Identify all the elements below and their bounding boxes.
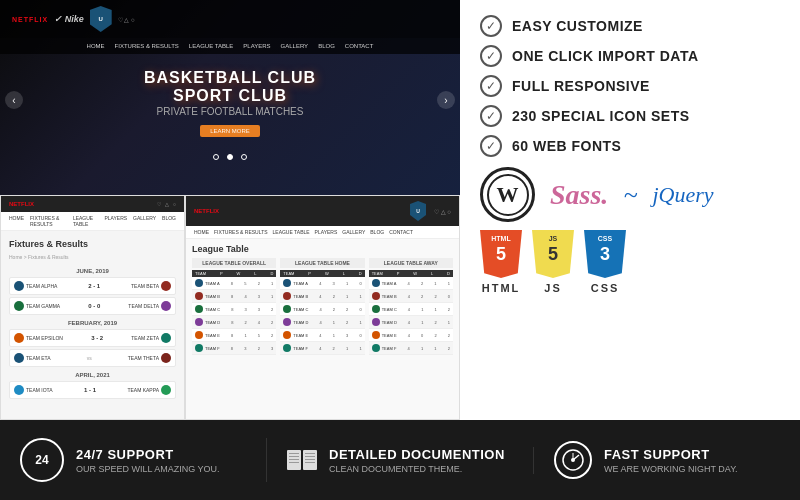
match-score-3: 3 - 2 — [91, 335, 103, 341]
league-header: NETFLIX U ♡ △ ○ — [186, 196, 459, 226]
league-content: League Table LEAGUE TABLE OVERALL TEAM P… — [186, 239, 459, 360]
hero-subtitle: PRIVATE FOOTBALL MATCHES — [10, 106, 450, 117]
css3-version: 3 — [584, 244, 626, 265]
team-home-3: TEAM EPSILON — [14, 333, 63, 343]
feature-web-fonts: ✓ 60 WEB FONTS — [480, 135, 780, 157]
fixtures-header: NETFLIX ♡△○ — [1, 196, 184, 212]
fixtures-nav-gallery: GALLERY — [133, 215, 156, 227]
right-panel: ✓ EASY CUSTOMIZE ✓ ONE CLICK IMPORT DATA… — [460, 0, 800, 420]
menu-league: LEAGUE TABLE — [189, 43, 233, 49]
check-icon-1: ✓ — [480, 15, 502, 37]
menu-gallery: GALLERY — [281, 43, 309, 49]
feature-text-3: FULL RESPONSIVE — [512, 78, 650, 94]
fixtures-title: Fixtures & Results — [9, 239, 176, 249]
dot-2 — [227, 154, 233, 160]
menu-players: PLAYERS — [243, 43, 270, 49]
team-away-1: TEAM BETA — [131, 281, 171, 291]
team-away-2: TEAM DELTA — [128, 301, 171, 311]
badge-row: HTML 5 HTML JS 5 JS CSS 3 CSS — [480, 230, 780, 294]
date-feb: FEBRUARY, 2019 — [9, 320, 176, 326]
bottom-bar: 24 24/7 SUPPORT OUR SPEED WILL AMAZING Y… — [0, 420, 800, 500]
js-label: JS — [532, 235, 574, 242]
check-icon-4: ✓ — [480, 105, 502, 127]
match-vs: vs — [87, 355, 92, 361]
league-table-overall: LEAGUE TABLE OVERALL TEAM P W L D TEAM A… — [192, 258, 276, 355]
dot-3 — [241, 154, 247, 160]
th-w: W — [237, 271, 241, 276]
table-row-4: TEAM D 8242 — [192, 316, 276, 329]
prev-arrow[interactable]: ‹ — [5, 91, 23, 109]
hero-content: BASKETBALL CLUB SPORT CLUB PRIVATE FOOTB… — [0, 54, 460, 142]
league-table-home: LEAGUE TABLE HOME TEAM PWLD TEAM A 4310 … — [280, 258, 364, 355]
table-row-6: TEAM F 8323 — [192, 342, 276, 355]
league-table-away: LEAGUE TABLE AWAY TEAM PWLD TEAM A 4211 … — [369, 258, 453, 355]
home-row-3: TEAM C 4220 — [280, 303, 364, 316]
hero-dots — [0, 146, 460, 164]
check-icon-2: ✓ — [480, 45, 502, 67]
away-row-1: TEAM A 4211 — [369, 277, 453, 290]
js-badge: JS 5 — [532, 230, 574, 278]
team-away-3: TEAM ZETA — [131, 333, 171, 343]
html-text-label: HTML — [482, 282, 521, 294]
hero-screenshot: NETFLIX ✓ Nike U ♡ △ ○ HOME FIXTURES & R… — [0, 0, 460, 200]
css3-label: CSS — [584, 235, 626, 242]
away-row-3: TEAM C 4112 — [369, 303, 453, 316]
feature-text-2: ONE CLICK IMPORT DATA — [512, 48, 699, 64]
support-24-icon: 24 — [20, 438, 64, 482]
date-june: JUNE, 2019 — [9, 268, 176, 274]
next-arrow[interactable]: › — [437, 91, 455, 109]
js-text-label: JS — [544, 282, 561, 294]
feature-icon-sets: ✓ 230 SPECIAL ICON SETS — [480, 105, 780, 127]
doc-page-1 — [287, 450, 301, 470]
th-team: TEAM — [195, 271, 206, 276]
home-row-4: TEAM D 4121 — [280, 316, 364, 329]
wordpress-w: W — [487, 174, 529, 216]
hero-title-line1: BASKETBALL CLUB — [10, 69, 450, 87]
support-item: 24 24/7 SUPPORT OUR SPEED WILL AMAZING Y… — [0, 438, 267, 482]
sass-logo: Sass. — [550, 179, 608, 211]
league-menu-contact: CONTACT — [389, 229, 413, 235]
away-row-6: TEAM F 4112 — [369, 342, 453, 355]
league-screenshot: NETFLIX U ♡ △ ○ HOME FIXTURES & RESULTS … — [185, 195, 460, 420]
menu-home: HOME — [87, 43, 105, 49]
fixtures-header-links: ♡△○ — [157, 201, 176, 207]
features-list: ✓ EASY CUSTOMIZE ✓ ONE CLICK IMPORT DATA… — [480, 15, 780, 157]
team-home-4: TEAM ETA — [14, 353, 51, 363]
doc-content: DETAILED DOCUMENTION CLEAN DOCUMENTED TH… — [329, 447, 505, 474]
feature-one-click-import: ✓ ONE CLICK IMPORT DATA — [480, 45, 780, 67]
html5-version: 5 — [480, 244, 522, 265]
league-social: ♡ △ ○ — [434, 208, 451, 215]
feature-easy-customize: ✓ EASY CUSTOMIZE — [480, 15, 780, 37]
support-content: 24/7 SUPPORT OUR SPEED WILL AMAZING YOU. — [76, 447, 220, 474]
away-row-5: TEAM E 4022 — [369, 329, 453, 342]
league-netflix-logo: NETFLIX — [194, 208, 219, 214]
html5-label: HTML — [480, 235, 522, 242]
hero-cta-button[interactable]: LEARN MORE — [200, 125, 260, 137]
fixtures-nav-fixtures: FIXTURES & RESULTS — [30, 215, 67, 227]
match-row-5: TEAM IOTA 1 - 1 TEAM KAPPA — [9, 381, 176, 399]
match-row-4: TEAM ETA vs TEAM THETA — [9, 349, 176, 367]
svg-point-3 — [571, 458, 575, 462]
documentation-item: DETAILED DOCUMENTION CLEAN DOCUMENTED TH… — [267, 447, 534, 474]
th-l: L — [254, 271, 256, 276]
fast-support-title: FAST SUPPORT — [604, 447, 738, 462]
fast-support-subtitle: WE ARE WORKING NIGHT DAY. — [604, 464, 738, 474]
fixtures-nav-league: LEAGUE TABLE — [73, 215, 99, 227]
html5-badge: HTML 5 — [480, 230, 522, 278]
fixtures-content: Fixtures & Results Home > Fixtures & Res… — [1, 231, 184, 409]
table-row-3: TEAM C 8332 — [192, 303, 276, 316]
league-menu-fixtures: FIXTURES & RESULTS — [214, 229, 268, 235]
away-row-2: TEAM B 4220 — [369, 290, 453, 303]
table-overall-header: TEAM P W L D — [192, 270, 276, 277]
league-menu-league: LEAGUE TABLE — [273, 229, 310, 235]
match-score-2: 0 - 0 — [88, 303, 100, 309]
nike-logo: ✓ Nike — [54, 14, 84, 24]
feature-full-responsive: ✓ FULL RESPONSIVE — [480, 75, 780, 97]
home-row-1: TEAM A 4310 — [280, 277, 364, 290]
documentation-icon — [287, 450, 317, 470]
table-overall-title: LEAGUE TABLE OVERALL — [192, 258, 276, 268]
table-row-1: TEAM A 8521 — [192, 277, 276, 290]
tech-logos: W Sass. ~ jQuery HTML 5 HTML JS 5 JS — [480, 167, 780, 294]
match-row-2: TEAM GAMMA 0 - 0 TEAM DELTA — [9, 297, 176, 315]
fixtures-breadcrumb: Home > Fixtures & Results — [9, 254, 176, 260]
